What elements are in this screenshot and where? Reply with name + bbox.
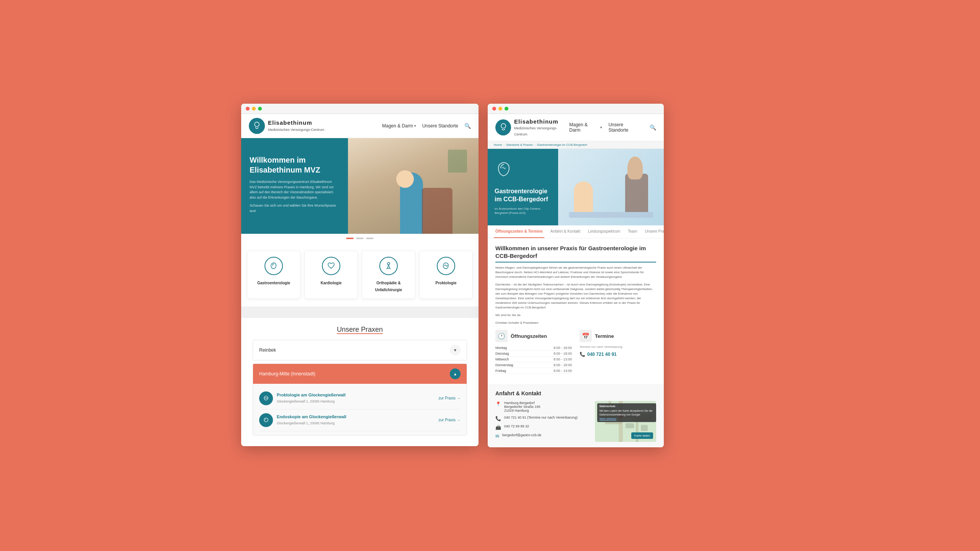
gray-band [241, 306, 479, 318]
anfahrt-info: 📍 Hamburg-Bergedorf Bergedorfer Straße 1… [495, 401, 590, 442]
breadcrumb-home[interactable]: Home [494, 143, 502, 147]
doctor-scene [348, 138, 479, 234]
praxis-name-proktologie: Proktologie am Glockengießerwall [277, 393, 435, 397]
contact-phone2: 📠 040 72 69 89 32 [495, 424, 590, 430]
specialty-card-cardio[interactable]: Kardiologie [304, 251, 358, 299]
mehr-erfahren-link[interactable]: Mehr erfahren [599, 417, 654, 421]
specialty-card-gastro[interactable]: Gastroenterologie [247, 251, 301, 299]
gastro-label: Gastroenterologie [257, 281, 290, 285]
logo-area-left: Elisabethinum Medizinisches Versorgungs-… [249, 118, 324, 134]
browser-bar-right [488, 104, 664, 114]
svg-point-1 [387, 262, 390, 265]
praxis-item-proktologie: Proktologie am Glockengießerwall Glocken… [259, 388, 461, 409]
slider-dot-3[interactable] [366, 238, 374, 239]
location-icon: 📍 [495, 401, 501, 407]
hours-time-3: 8:00 - 18:00 [554, 363, 572, 367]
left-browser-window: Elisabethinum Medizinisches Versorgungs-… [241, 104, 479, 446]
slider-dots [241, 234, 479, 243]
map-placeholder: Datenschutz Mit dem Laden der Karte akze… [595, 401, 656, 442]
breadcrumb-sep-2: › [534, 143, 536, 147]
browser-bar-left [241, 104, 479, 114]
right-hero-section: Gastroenterologie im CCB-Bergedorf im Är… [488, 149, 664, 225]
breadcrumb-current: Gastroenterologie im CCB-Bergedorf [537, 143, 587, 147]
dot-yellow-right [498, 107, 502, 111]
karte-laden-button[interactable]: Karte laden [631, 432, 653, 439]
hours-title-row: 🕐 Öffnungszeiten [495, 330, 572, 342]
dot-green [258, 107, 262, 111]
specialty-card-ortho[interactable]: Orthopädie & Unfallchirurgie [362, 251, 415, 299]
content-desc1: Neben Magen- und Darmspiegelungen führen… [495, 266, 656, 279]
specialty-card-prokto[interactable]: Proktologie [419, 251, 473, 299]
hours-title: Öffnungszeiten [511, 333, 547, 339]
slider-dot-1[interactable] [346, 238, 354, 239]
tab-offnungszeiten[interactable]: Öffnungszeiten & Termine [494, 225, 544, 238]
slider-dot-2[interactable] [356, 238, 364, 239]
phone-icon-right: 📞 [580, 352, 585, 357]
termine-title: Termine [595, 333, 614, 339]
logo-area-right: Elisabethinum Medizinisches Versorgungs-… [495, 118, 569, 137]
stomach-icon-large [495, 160, 551, 181]
nav-standorte-right[interactable]: Unsere Standorte [608, 122, 644, 133]
hero-desc1: Das Medizinische Versorgungszentrum Elis… [250, 179, 340, 200]
chevron-icon-left: ▾ [414, 124, 416, 128]
zur-praxis-link-2[interactable]: zur Praxis → [439, 418, 461, 422]
chevron-hamburg[interactable]: ▴ [450, 368, 461, 379]
info-row: 🕐 Öffnungszeiten Montag 8:00 - 18:00 Die… [495, 330, 656, 374]
tab-unsere-praxis[interactable]: Unsere Praxis [644, 225, 664, 238]
praxis-icon-endoskopie [259, 413, 273, 427]
tab-anfahrt[interactable]: Anfahrt & Kontakt [549, 225, 582, 238]
search-icon-left[interactable]: 🔍 [464, 123, 471, 129]
praxis-address-endoskopie: Glockengießerwall 1, 20095 Hamburg [277, 421, 335, 425]
chevron-reinbek[interactable]: ▾ [450, 345, 461, 355]
right-hero-left-panel: Gastroenterologie im CCB-Bergedorf im Är… [488, 149, 558, 225]
navbar-left: Elisabethinum Medizinisches Versorgungs-… [241, 114, 479, 138]
hours-day-4: Freitag [495, 369, 506, 373]
contact-address: 📍 Hamburg-Bergedorf Bergedorfer Straße 1… [495, 401, 590, 412]
praxis-address-proktologie: Glockengießerwall 1, 20095 Hamburg [277, 399, 335, 403]
content-sign: Wir sind für Sie da [495, 313, 656, 318]
prokto-icon [437, 257, 455, 275]
tabs-nav-right: Öffnungszeiten & Termine Anfahrt & Konta… [488, 225, 664, 238]
fax-icon: 📠 [495, 425, 501, 430]
termine-title-row: 📅 Termine [580, 330, 656, 342]
hours-row-montag: Montag 8:00 - 18:00 [495, 345, 572, 351]
praxis-info-proktologie: Proktologie am Glockengießerwall Glocken… [277, 393, 435, 404]
termine-box: 📅 Termine Termine nur nach Vereinbarung … [580, 330, 656, 374]
specialty-grid: Gastroenterologie Kardiologie [247, 251, 473, 299]
clock-icon: 🕐 [495, 330, 508, 342]
praxen-title: Unsere Praxen [253, 326, 467, 334]
contact-phone1: 📞 040 721 40 91 (Termine nur nach Verein… [495, 416, 590, 421]
content-area-right: Willkommen in unserer Praxis für Gastroe… [488, 238, 664, 385]
hours-day-0: Montag [495, 346, 507, 350]
right-hero-title: Gastroenterologie im CCB-Bergedorf [495, 187, 551, 204]
nav-standorte-left[interactable]: Unsere Standorte [422, 123, 458, 129]
svg-point-2 [501, 124, 506, 128]
dot-green-right [505, 107, 508, 111]
breadcrumb-right: Home › Standorte & Praxen › Gastroentero… [488, 141, 664, 149]
hours-row-dienstag: Dienstag 8:00 - 18:00 [495, 351, 572, 357]
svg-point-0 [255, 122, 259, 127]
tab-leistungsspektrum[interactable]: Leistungsspektrum [586, 225, 622, 238]
right-browser-window: Elisabethinum Medizinisches Versorgungs-… [488, 104, 664, 448]
accordion-header-hamburg[interactable]: Hamburg-Mitte (Innenstadt) ▴ [253, 364, 467, 384]
hours-row-donnerstag: Donnerstag 8:00 - 18:00 [495, 362, 572, 368]
hero-title: Willkommen im Elisabethinum MVZ [250, 155, 340, 175]
specialty-section: Gastroenterologie Kardiologie [241, 243, 479, 306]
hours-day-2: Mittwoch [495, 357, 509, 361]
nav-magen-darm-right[interactable]: Magen & Darm ▾ [569, 122, 602, 133]
zur-praxis-link-1[interactable]: zur Praxis → [439, 396, 461, 400]
right-hero-subtitle: im Ärztecentrum des City Centers Bergedo… [495, 207, 551, 215]
content-desc2: Darmkrebs – ist die der häufigsten Todes… [495, 282, 656, 310]
praxis-icon-proktologie [259, 391, 273, 405]
accordion-header-reinbek[interactable]: Reinbek ▾ [253, 340, 467, 360]
nav-magen-darm-left[interactable]: Magen & Darm ▾ [382, 123, 416, 129]
praxis-item-endoskopie: Endoskopie am Glockengießerwall Glockeng… [259, 409, 461, 431]
tab-team[interactable]: Team [626, 225, 639, 238]
hours-row-mittwoch: Mittwoch 8:00 - 13:00 [495, 357, 572, 362]
breadcrumb-standorte[interactable]: Standorte & Praxen [506, 143, 533, 147]
right-hero-image [558, 149, 664, 225]
search-icon-right[interactable]: 🔍 [650, 124, 656, 130]
gastro-icon [265, 257, 283, 275]
cardio-label: Kardiologie [320, 281, 341, 285]
svg-rect-7 [605, 422, 622, 424]
